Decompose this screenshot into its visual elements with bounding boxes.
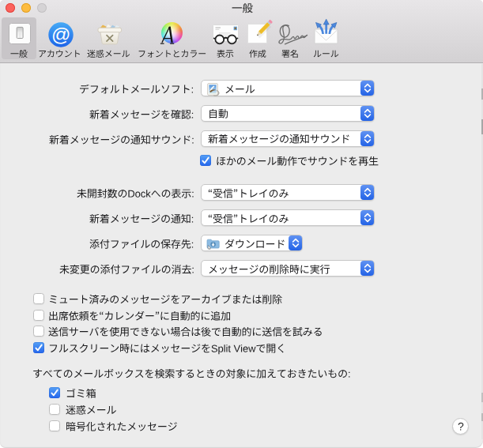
svg-text:@: @ [51, 24, 70, 45]
